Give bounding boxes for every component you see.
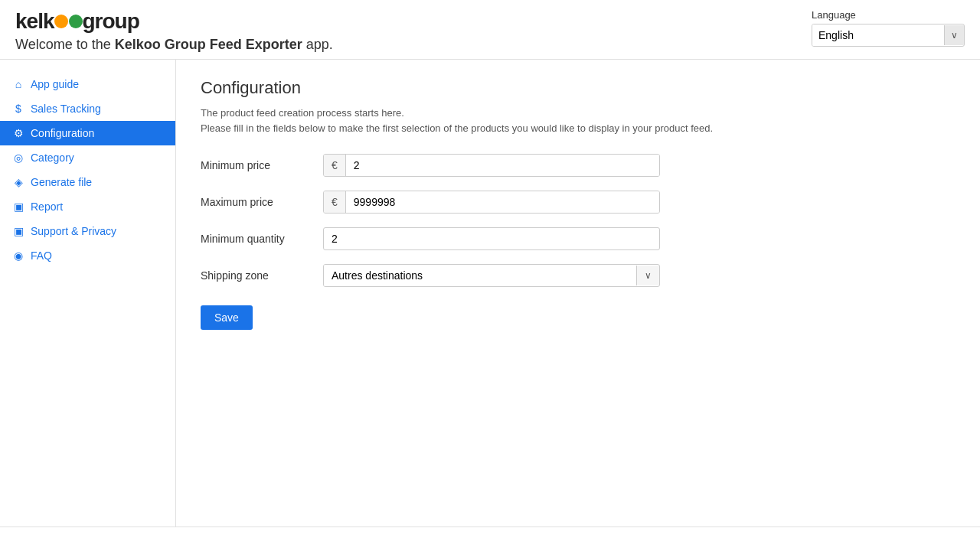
max-price-input-wrapper: € [323,191,660,214]
save-button[interactable]: Save [201,305,253,330]
sidebar-label-faq: FAQ [31,249,52,262]
logo-text-kelk: kelk [15,9,54,34]
language-select[interactable]: English Français Deutsch Español [812,24,944,46]
logo-oo-circles [54,15,83,28]
sidebar-item-app-guide[interactable]: ⌂ App guide [0,72,175,96]
min-price-row: Minimum price € [201,154,956,177]
max-price-row: Maximum price € [201,191,956,214]
config-description: The product feed creation process starts… [201,106,956,135]
content-area: Configuration The product feed creation … [176,60,980,527]
logo-circle-green [69,15,83,28]
logo-text-group: group [83,9,139,34]
language-chevron-icon[interactable]: ∨ [944,25,964,45]
min-quantity-row: Minimum quantity [201,227,956,250]
language-area: Language English Français Deutsch Españo… [812,9,965,47]
welcome-prefix: Welcome to the [15,37,115,52]
header: kelk group Welcome to the Kelkoo Group F… [0,0,980,60]
shipping-zone-select-wrapper: Autres destinations France Germany UK ∨ [323,264,660,287]
language-label: Language [812,9,856,21]
sidebar-label-generate-file: Generate file [31,176,92,188]
shipping-zone-chevron-icon[interactable]: ∨ [636,266,659,285]
language-select-wrapper: English Français Deutsch Español ∨ [812,24,965,47]
generate-icon: ◈ [12,176,24,188]
min-quantity-input[interactable] [323,227,660,250]
min-price-label: Minimum price [201,159,323,171]
sidebar-label-sales-tracking: Sales Tracking [31,103,101,115]
min-price-input-wrapper: € [323,154,660,177]
sidebar-label-category: Category [31,152,74,164]
max-price-prefix: € [324,191,346,213]
min-quantity-label: Minimum quantity [201,233,323,245]
sidebar-item-faq[interactable]: ◉ FAQ [0,243,175,268]
sidebar-label-support-privacy: Support & Privacy [31,225,116,237]
support-icon: ▣ [12,225,24,237]
shipping-zone-label: Shipping zone [201,269,323,282]
sidebar-item-report[interactable]: ▣ Report [0,194,175,219]
page-title: Configuration [201,78,956,98]
faq-icon: ◉ [12,249,24,262]
shipping-zone-row: Shipping zone Autres destinations France… [201,264,956,287]
max-price-input[interactable] [346,191,659,213]
shipping-zone-select[interactable]: Autres destinations France Germany UK [324,265,636,286]
gear-icon: ⚙ [12,127,24,139]
sidebar-label-report: Report [31,201,63,213]
sidebar-item-category[interactable]: ◎ Category [0,145,175,170]
sidebar-item-sales-tracking[interactable]: $ Sales Tracking [0,96,175,121]
logo-circle-orange [54,15,68,28]
sidebar: ⌂ App guide $ Sales Tracking ⚙ Configura… [0,60,176,527]
logo-area: kelk group Welcome to the Kelkoo Group F… [15,9,333,53]
max-price-label: Maximum price [201,196,323,208]
main-layout: ⌂ App guide $ Sales Tracking ⚙ Configura… [0,60,980,527]
description-line1: The product feed creation process starts… [201,106,956,121]
dollar-icon: $ [12,103,24,115]
bottom-border [0,527,980,527]
sidebar-item-generate-file[interactable]: ◈ Generate file [0,170,175,194]
welcome-brand: Kelkoo Group Feed Exporter [115,37,302,52]
sidebar-label-app-guide: App guide [31,78,79,90]
sidebar-item-support-privacy[interactable]: ▣ Support & Privacy [0,219,175,243]
min-price-prefix: € [324,155,346,176]
report-icon: ▣ [12,201,24,213]
category-icon: ◎ [12,152,24,164]
logo: kelk group [15,9,333,34]
welcome-suffix: app. [302,37,333,52]
home-icon: ⌂ [12,78,24,90]
min-price-input[interactable] [346,155,659,176]
description-line2: Please fill in the fields below to make … [201,121,956,136]
sidebar-item-configuration[interactable]: ⚙ Configuration [0,121,175,145]
sidebar-label-configuration: Configuration [31,127,94,139]
welcome-text: Welcome to the Kelkoo Group Feed Exporte… [15,37,333,53]
